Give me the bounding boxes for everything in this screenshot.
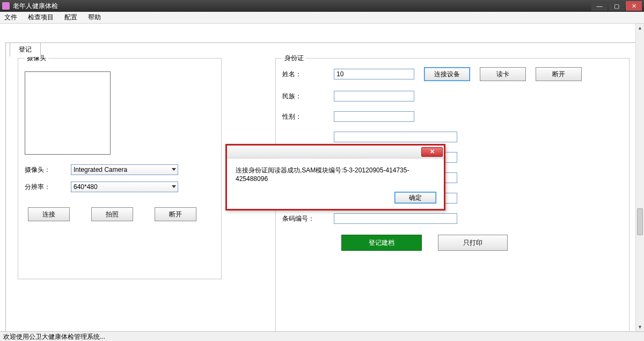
name-field[interactable] — [334, 69, 414, 79]
dialog-close-button[interactable]: ✕ — [421, 147, 443, 157]
camera-select-label: 摄像头： — [25, 165, 71, 175]
ethnicity-label: 民族： — [282, 92, 334, 101]
barcode-field[interactable] — [334, 213, 457, 224]
connect-device-button[interactable]: 连接设备 — [424, 67, 470, 81]
dialog-titlebar: ✕ — [227, 146, 444, 158]
name-label: 姓名： — [282, 70, 334, 79]
menu-help[interactable]: 帮助 — [88, 13, 101, 22]
ethnicity-field[interactable] — [334, 91, 414, 101]
resolution-select-label: 分辨率： — [25, 183, 71, 192]
camera-capture-button[interactable]: 拍照 — [91, 207, 133, 221]
group-idcard-legend: 身份证 — [282, 54, 306, 63]
group-camera: 摄像头 摄像头： 分辨率： 连接 拍照 断开 — [18, 54, 222, 279]
menu-exam-items[interactable]: 检查项目 — [28, 13, 54, 22]
hidden-label-1 — [282, 133, 334, 141]
read-card-button[interactable]: 读卡 — [480, 67, 526, 81]
dialog-ok-button[interactable]: 确定 — [394, 192, 436, 204]
scroll-down-icon[interactable]: ▼ — [636, 323, 644, 331]
vertical-scrollbar[interactable]: ▲ ▼ — [635, 24, 644, 331]
scroll-thumb[interactable] — [637, 208, 643, 235]
menubar: 文件 检查项目 配置 帮助 — [0, 12, 644, 24]
print-only-button[interactable]: 只打印 — [438, 235, 508, 251]
window-title: 老年人健康体检 — [13, 2, 58, 11]
message-dialog: ✕ 连接身份证阅读器成功,SAM模块编号:5-3-20120905-414735… — [225, 144, 445, 211]
app-icon — [2, 2, 10, 10]
menu-config[interactable]: 配置 — [64, 13, 77, 22]
gender-field[interactable] — [334, 111, 414, 122]
tab-register[interactable]: 登记 — [10, 42, 41, 57]
status-bar: 欢迎使用公卫大健康体检管理系统... — [0, 331, 644, 341]
window-titlebar: 老年人健康体检 — ▢ ✕ — [0, 0, 644, 12]
scroll-up-icon[interactable]: ▲ — [636, 24, 644, 32]
gender-label: 性别： — [282, 112, 334, 121]
camera-preview — [25, 71, 111, 155]
register-archive-button[interactable]: 登记建档 — [341, 235, 422, 251]
barcode-label: 条码编号： — [282, 214, 334, 223]
camera-disconnect-button[interactable]: 断开 — [155, 207, 196, 221]
menu-file[interactable]: 文件 — [4, 13, 17, 22]
resolution-select[interactable] — [71, 182, 178, 192]
window-maximize-button[interactable]: ▢ — [609, 1, 625, 11]
window-close-button[interactable]: ✕ — [626, 1, 642, 11]
hidden-field-1[interactable] — [334, 132, 457, 142]
camera-connect-button[interactable]: 连接 — [28, 207, 70, 221]
dialog-message: 连接身份证阅读器成功,SAM模块编号:5-3-20120905-414735-4… — [227, 158, 444, 183]
camera-select[interactable] — [71, 164, 178, 175]
window-minimize-button[interactable]: — — [591, 1, 608, 11]
idcard-disconnect-button[interactable]: 断开 — [536, 67, 582, 81]
